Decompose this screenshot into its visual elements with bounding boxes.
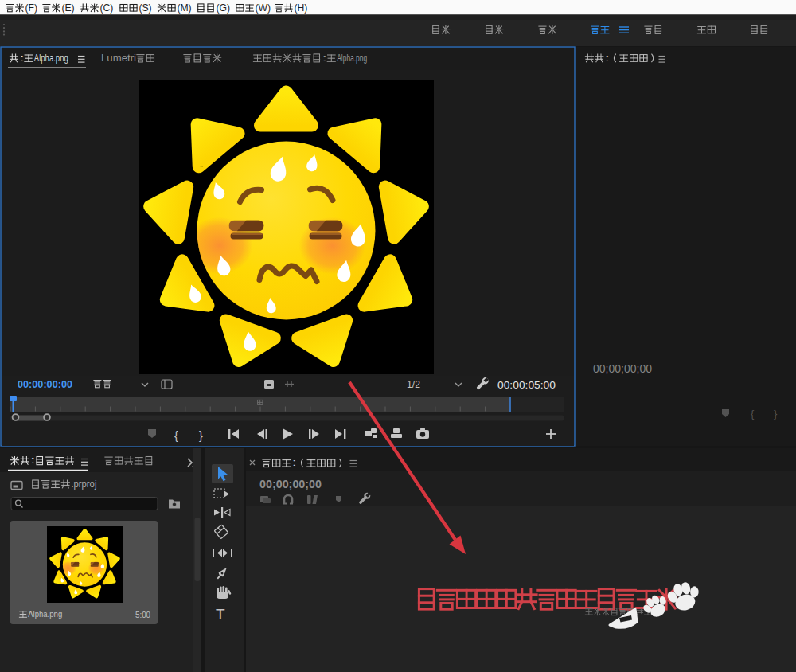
svg-text:(F): (F) — [25, 2, 37, 14]
svg-text:(S): (S) — [139, 2, 151, 14]
svg-text:Alpha.png: Alpha.png — [34, 53, 68, 64]
svg-text:00:00:05:00: 00:00:05:00 — [498, 379, 556, 391]
svg-text:}: } — [199, 429, 203, 442]
svg-text:(E): (E) — [61, 2, 74, 14]
svg-text:Lumetri: Lumetri — [101, 53, 136, 64]
svg-text::: : — [30, 455, 35, 466]
svg-text:00;00;00;00: 00;00;00;00 — [593, 362, 652, 375]
svg-text:5:00: 5:00 — [135, 610, 150, 619]
svg-text:(W): (W) — [255, 2, 271, 14]
svg-text::: : — [605, 53, 610, 64]
svg-text:1/2: 1/2 — [407, 379, 420, 390]
svg-text:T: T — [216, 606, 225, 623]
svg-text:(C): (C) — [100, 2, 113, 14]
svg-text:}: } — [774, 408, 778, 420]
svg-text:.prproj: .prproj — [71, 479, 96, 490]
svg-text:(G): (G) — [216, 2, 230, 14]
svg-text::: : — [19, 53, 24, 64]
svg-text:(H): (H) — [294, 2, 307, 14]
svg-text:(M): (M) — [177, 2, 191, 14]
svg-text:00:00:00:00: 00:00:00:00 — [18, 378, 72, 390]
svg-text:Alpha.png: Alpha.png — [28, 609, 62, 619]
svg-text:00;00;00;00: 00;00;00;00 — [259, 478, 322, 490]
svg-text:{: { — [751, 408, 755, 420]
svg-text::: : — [322, 53, 327, 64]
svg-text::: : — [292, 457, 297, 468]
svg-text:Alpha.png: Alpha.png — [337, 53, 367, 64]
svg-text:{: { — [174, 429, 178, 442]
